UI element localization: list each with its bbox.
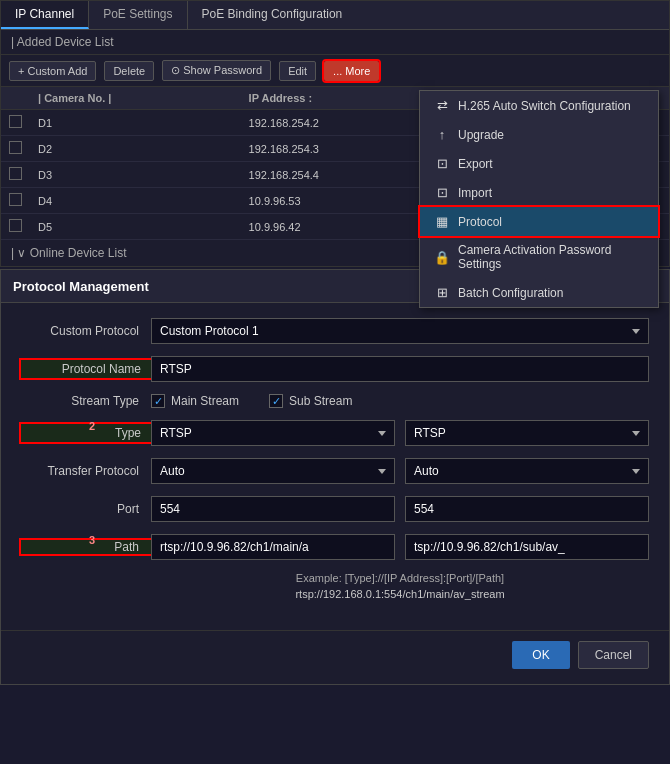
protocol-name-row: Protocol Name (21, 356, 649, 382)
path-sub-input[interactable] (405, 534, 649, 560)
type-label: Type (21, 424, 151, 442)
row-checkbox[interactable] (9, 115, 22, 128)
port-label: Port (21, 502, 151, 516)
type-inputs: RTSP RTSP (151, 420, 649, 446)
added-device-header: | Added Device List (1, 30, 669, 55)
more-button[interactable]: ... More (324, 61, 379, 81)
row-checkbox[interactable] (9, 141, 22, 154)
row-checkbox-cell (1, 214, 30, 240)
row-ip-address: 10.9.96.53 (241, 188, 444, 214)
row-ip-address: 192.168.254.3 (241, 136, 444, 162)
protocol-name-input[interactable] (151, 356, 649, 382)
col-checkbox (1, 87, 30, 110)
step2-label: 2 (89, 420, 95, 432)
row-checkbox-cell (1, 136, 30, 162)
upgrade-icon: ↑ (434, 127, 450, 142)
transfer-sub-select[interactable]: Auto (405, 458, 649, 484)
step3-label: 3 (89, 534, 95, 546)
edit-button[interactable]: Edit (279, 61, 316, 81)
row-ip-address: 10.9.96.42 (241, 214, 444, 240)
example-format-text: Example: [Type]://[IP Address]:[Port]/[P… (21, 572, 649, 584)
port-row: Port (21, 496, 649, 522)
row-checkbox-cell (1, 162, 30, 188)
type-main-select[interactable]: RTSP (151, 420, 395, 446)
dialog-footer: OK Cancel (1, 630, 669, 684)
dialog-title: Protocol Management (13, 279, 149, 294)
col-ip-address: IP Address : (241, 87, 444, 110)
port-inputs (151, 496, 649, 522)
main-stream-label: Main Stream (171, 394, 239, 408)
path-label: Path (21, 540, 151, 554)
row-checkbox-cell (1, 188, 30, 214)
tab-poe-settings[interactable]: PoE Settings (89, 1, 187, 29)
protocol-name-label: Protocol Name (21, 360, 151, 378)
port-main-input[interactable] (151, 496, 395, 522)
transfer-protocol-label: Transfer Protocol (21, 464, 151, 478)
dropdown-cam-activation[interactable]: 🔒 Camera Activation Password Settings (420, 236, 658, 278)
row-ip-address: 192.168.254.2 (241, 110, 444, 136)
tab-ip-channel[interactable]: IP Channel (1, 1, 89, 29)
stream-type-label: Stream Type (21, 394, 151, 408)
row-camera-id: D4 (30, 188, 241, 214)
toolbar: + Custom Add Delete ⊙ Show Password Edit… (1, 55, 669, 87)
import-icon: ⊡ (434, 185, 450, 200)
row-checkbox[interactable] (9, 219, 22, 232)
row-camera-id: D2 (30, 136, 241, 162)
dropdown-export[interactable]: ⊡ Export (420, 149, 658, 178)
tab-poe-binding: PoE Binding Configuration (188, 1, 357, 29)
stream-options: ✓ Main Stream ✓ Sub Stream (151, 394, 649, 408)
path-inputs (151, 534, 649, 560)
transfer-main-select[interactable]: Auto (151, 458, 395, 484)
dropdown-h265[interactable]: ⇄ H.265 Auto Switch Configuration (420, 91, 658, 120)
transfer-protocol-row: Transfer Protocol Auto Auto (21, 458, 649, 484)
stream-type-row: Stream Type ✓ Main Stream ✓ Sub Stream (21, 394, 649, 408)
lock-icon: 🔒 (434, 250, 450, 265)
row-camera-id: D5 (30, 214, 241, 240)
custom-add-button[interactable]: + Custom Add (9, 61, 96, 81)
row-camera-id: D3 (30, 162, 241, 188)
dropdown-protocol[interactable]: ▦ Protocol (420, 207, 658, 236)
path-main-input[interactable] (151, 534, 395, 560)
show-password-button[interactable]: ⊙ Show Password (162, 60, 271, 81)
type-sub-select[interactable]: RTSP (405, 420, 649, 446)
sub-stream-label: Sub Stream (289, 394, 352, 408)
transfer-inputs: Auto Auto (151, 458, 649, 484)
tab-bar: IP Channel PoE Settings PoE Binding Conf… (1, 1, 669, 30)
col-camera-no: | Camera No. | (30, 87, 241, 110)
export-icon: ⊡ (434, 156, 450, 171)
row-checkbox[interactable] (9, 167, 22, 180)
port-sub-input[interactable] (405, 496, 649, 522)
protocol-icon: ▦ (434, 214, 450, 229)
main-stream-option[interactable]: ✓ Main Stream (151, 394, 239, 408)
custom-protocol-row: Custom Protocol Custom Protocol 1 (21, 318, 649, 344)
example-value-text: rtsp://192.168.0.1:554/ch1/main/av_strea… (21, 588, 649, 600)
delete-button[interactable]: Delete (104, 61, 154, 81)
row-checkbox-cell (1, 110, 30, 136)
path-row: 3 Path (21, 534, 649, 560)
dropdown-upgrade[interactable]: ↑ Upgrade (420, 120, 658, 149)
custom-protocol-label: Custom Protocol (21, 324, 151, 338)
more-dropdown: ⇄ H.265 Auto Switch Configuration ↑ Upgr… (419, 90, 659, 308)
dialog-body: Custom Protocol Custom Protocol 1 Protoc… (1, 303, 669, 630)
dropdown-batch-config[interactable]: ⊞ Batch Configuration (420, 278, 658, 307)
dropdown-import[interactable]: ⊡ Import (420, 178, 658, 207)
row-checkbox[interactable] (9, 193, 22, 206)
ok-button[interactable]: OK (512, 641, 569, 669)
h265-icon: ⇄ (434, 98, 450, 113)
protocol-management-dialog: Protocol Management ✕ Custom Protocol Cu… (0, 269, 670, 685)
ip-channel-panel: IP Channel PoE Settings PoE Binding Conf… (0, 0, 670, 267)
batch-icon: ⊞ (434, 285, 450, 300)
custom-protocol-select[interactable]: Custom Protocol 1 (151, 318, 649, 344)
row-ip-address: 192.168.254.4 (241, 162, 444, 188)
row-camera-id: D1 (30, 110, 241, 136)
main-stream-checkbox[interactable]: ✓ (151, 394, 165, 408)
cancel-button[interactable]: Cancel (578, 641, 649, 669)
type-row: 2 Type RTSP RTSP (21, 420, 649, 446)
sub-stream-checkbox[interactable]: ✓ (269, 394, 283, 408)
sub-stream-option[interactable]: ✓ Sub Stream (269, 394, 352, 408)
